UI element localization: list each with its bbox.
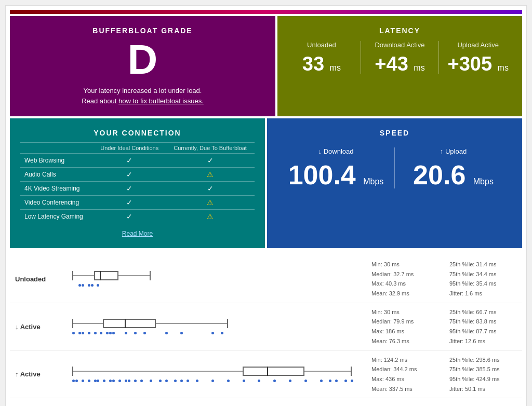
top-bar: [10, 10, 522, 14]
data-dot: [125, 380, 127, 382]
stat-item: Max: 186 ms: [371, 327, 439, 336]
table-row: 4K Video Streaming✓✓: [20, 182, 255, 196]
data-dot: [109, 380, 112, 382]
speed-download: ↓ Download 100.4 Mbps: [277, 147, 395, 188]
data-dot: [150, 380, 152, 382]
chart-area: [57, 314, 366, 340]
whisker-right-icon: [227, 319, 228, 328]
data-dot: [159, 380, 162, 382]
chart-row: ↓ ActiveMin: 30 msMedian: 79.9 msMax: 18…: [10, 303, 522, 351]
data-dot: [94, 332, 97, 334]
stat-item: 75th %ile: 34.4 ms: [449, 269, 517, 279]
data-dot: [75, 380, 78, 382]
speed-title: SPEED: [277, 129, 512, 137]
connection-row-label: Video Conferencing: [20, 196, 93, 210]
latency-upload-label: Upload Active: [444, 41, 512, 49]
data-dot: [94, 380, 97, 382]
boxplot-whisker-line: [72, 371, 351, 372]
connection-ideal-cell: ✓: [93, 210, 166, 224]
data-dot: [112, 380, 115, 382]
connection-current-cell: ⚠: [166, 210, 255, 224]
speed-download-label: ↓ Download: [277, 147, 394, 155]
stat-item: Median: 344.2 ms: [371, 364, 439, 374]
data-dot: [335, 380, 338, 382]
read-more-container: Read More: [20, 228, 255, 238]
bufferbloat-description: Your latency increased a lot under load.…: [25, 86, 260, 106]
data-dot: [134, 332, 137, 334]
latency-unloaded-label: Unloaded: [288, 41, 355, 49]
data-dot: [320, 380, 323, 382]
check-icon: ✓: [207, 184, 214, 193]
chart-label: ↓ Active: [15, 323, 57, 331]
table-row: Video Conferencing✓⚠: [20, 196, 255, 210]
data-dot: [97, 284, 99, 287]
stat-item: 95th %ile: 35.4 ms: [449, 279, 517, 289]
data-dot: [143, 332, 146, 334]
main-container: BUFFERBLOAT GRADE D Your latency increas…: [5, 5, 527, 406]
latency-unloaded-value: 33 ms: [288, 54, 355, 74]
boxplot: [57, 266, 366, 292]
chart-label: Unloaded: [15, 275, 57, 283]
data-dot: [100, 332, 102, 334]
data-dot: [103, 380, 105, 382]
connection-table: Under Ideal Conditions Currently, Due To…: [20, 142, 255, 223]
chart-stats-right: 25th %ile: 31.4 ms75th %ile: 34.4 ms95th…: [449, 260, 517, 299]
connection-current-cell: ⚠: [166, 196, 255, 210]
data-dot: [118, 380, 121, 382]
bufferbloat-link[interactable]: how to fix bufferbloat issues.: [118, 97, 204, 105]
latency-download-label: Download Active: [366, 41, 434, 49]
data-dot: [88, 284, 90, 287]
connection-ideal-cell: ✓: [93, 196, 166, 210]
stat-item: 25th %ile: 31.4 ms: [449, 260, 517, 269]
latency-upload-value: +305 ms: [444, 54, 512, 74]
stat-item: 95th %ile: 87.7 ms: [449, 327, 517, 336]
data-dot: [243, 380, 245, 382]
chart-stats: Min: 30 msMedian: 32.7 msMax: 40.3 msMea…: [371, 260, 517, 299]
stat-item: Median: 32.7 ms: [371, 269, 439, 279]
stat-item: Jitter: 12.6 ms: [449, 336, 517, 346]
whisker-left-icon: [72, 367, 73, 376]
speed-panel: SPEED ↓ Download 100.4 Mbps ↑ Upload 20.…: [267, 118, 522, 248]
chart-area: [57, 266, 366, 292]
data-dot: [88, 380, 90, 382]
stat-item: 25th %ile: 66.7 ms: [449, 307, 517, 317]
data-dot: [82, 380, 84, 382]
data-dot: [78, 332, 81, 334]
chart-stats-left: Min: 124.2 msMedian: 344.2 msMax: 436 ms…: [371, 355, 439, 394]
connection-panel: YOUR CONNECTION Under Ideal Conditions C…: [10, 118, 265, 248]
speed-columns: ↓ Download 100.4 Mbps ↑ Upload 20.6 Mbps: [277, 147, 512, 188]
chart-stats: Min: 124.2 msMedian: 344.2 msMax: 436 ms…: [371, 355, 517, 394]
stat-item: 25th %ile: 298.6 ms: [449, 355, 517, 365]
table-row: Web Browsing✓✓: [20, 154, 255, 168]
read-more-link[interactable]: Read More: [122, 230, 153, 237]
data-dot: [289, 380, 291, 382]
boxplot-box: [243, 367, 304, 376]
data-dot: [88, 332, 90, 334]
warn-icon: ⚠: [207, 212, 214, 221]
latency-download-active: Download Active +43 ms: [361, 41, 440, 74]
boxplot-median-line: [100, 271, 101, 280]
stat-item: Max: 40.3 ms: [371, 279, 439, 289]
connection-ideal-cell: ✓: [93, 182, 166, 196]
whisker-right-icon: [351, 367, 352, 376]
connection-row-label: Web Browsing: [20, 154, 93, 168]
data-dot: [304, 380, 307, 382]
data-dot: [351, 380, 353, 382]
data-dot: [180, 332, 183, 334]
table-row: Low Latency Gaming✓⚠: [20, 210, 255, 224]
bufferbloat-panel: BUFFERBLOAT GRADE D Your latency increas…: [10, 16, 275, 116]
data-dot: [97, 380, 99, 382]
stat-item: 75th %ile: 83.8 ms: [449, 317, 517, 327]
bufferbloat-title: BUFFERBLOAT GRADE: [25, 26, 260, 35]
table-row: Audio Calls✓⚠: [20, 168, 255, 182]
connection-ideal-cell: ✓: [93, 154, 166, 168]
stat-item: Max: 436 ms: [371, 374, 439, 384]
connection-col-empty: [20, 143, 93, 154]
data-dot: [72, 380, 75, 382]
connection-title: YOUR CONNECTION: [20, 129, 255, 137]
data-dot: [329, 380, 331, 382]
data-dot: [106, 332, 109, 334]
stat-item: Median: 79.9 ms: [371, 317, 439, 327]
stat-item: Min: 30 ms: [371, 307, 439, 317]
data-dot: [78, 284, 81, 287]
